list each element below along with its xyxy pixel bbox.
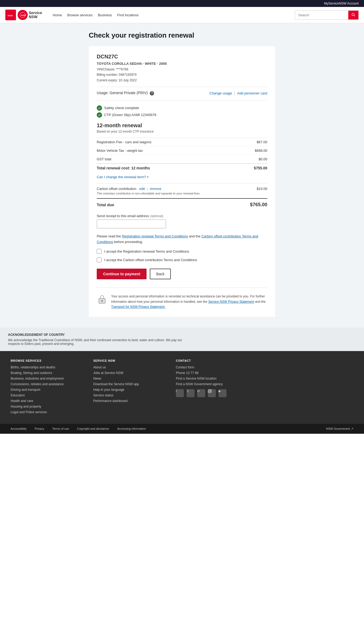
twitter-icon[interactable]: 𝕏 (187, 389, 195, 397)
continue-button[interactable]: Continue to payment (97, 269, 147, 279)
instagram-icon[interactable] (208, 389, 216, 397)
footer-link-performance[interactable]: Performance dashboard (93, 399, 168, 403)
fee-amount-0: $67.00 (257, 140, 267, 144)
checkbox-group: I accept the Registration renewal Terms … (97, 249, 267, 262)
vehicle-expiry: Current expiry: 10 July 2022 (97, 78, 267, 83)
footer-link-health[interactable]: Health and care (11, 399, 85, 403)
service-nsw-circle: NSW (18, 10, 28, 20)
footer-link-legal[interactable]: Legal and Police services (11, 410, 85, 414)
nsw-gov-link[interactable]: NSW Government ↗ (326, 427, 353, 431)
total-renewal-amount: $755.00 (254, 166, 267, 170)
carbon-row: Carbon offset contribution edit | remove… (97, 187, 267, 191)
footer-dark: BROWSE SERVICES Births, relationships an… (0, 351, 364, 424)
usage-value: General Private (PRIV) (110, 91, 148, 95)
footer-link-news[interactable]: News (93, 377, 168, 380)
footer-link-births[interactable]: Births, relationships and deaths (11, 365, 85, 369)
email-input[interactable] (97, 220, 166, 228)
footer-link-app[interactable]: Download the Service NSW app (93, 382, 168, 386)
logo-area: NSW NSW ServiceNSW (5, 10, 42, 20)
footer-accessibility[interactable]: Accessibility (11, 427, 27, 430)
footer-accessing[interactable]: Accessing information (117, 427, 146, 430)
fee-label-0: Registration Fee - cars and wagons (97, 140, 151, 144)
nav-browse[interactable]: Browse services (67, 13, 93, 17)
svg-rect-8 (102, 301, 102, 302)
checkbox-carbon[interactable] (97, 257, 102, 262)
vehicle-info: DCN27C TOYOTA COROLLA SEDAN - WHITE - 20… (97, 54, 267, 83)
checks-section: Safety check complete CTP (Green Slip) A… (97, 100, 267, 118)
carbon-left: Carbon offset contribution edit | remove (97, 187, 161, 191)
footer-link-about[interactable]: About us (93, 365, 168, 369)
footer-terms[interactable]: Terms of use (52, 427, 69, 430)
social-icons: f 𝕏 in ▶ (176, 389, 250, 399)
ack-text: We acknowledge the Traditional Custodian… (8, 338, 195, 346)
footer-link-boating[interactable]: Boating, fishing and outdoors (11, 371, 85, 375)
search-icon (351, 13, 355, 17)
footer-link-language[interactable]: Help in your language (93, 388, 168, 392)
checkbox-item-1[interactable]: I accept the Registration renewal Terms … (97, 249, 267, 254)
fee-label-1: Motor Vehicle Tax - weight tax (97, 149, 143, 153)
footer-link-driving[interactable]: Driving and transport (11, 388, 85, 392)
carbon-remove-link[interactable]: remove (150, 187, 161, 191)
email-section: Send receipt to this email address (opti… (97, 214, 267, 228)
back-button[interactable]: Back (150, 269, 171, 279)
fee-row-total: Total renewal cost: 12 months $755.00 (97, 164, 267, 172)
footer-link-contact-form[interactable]: Contact form (176, 365, 250, 369)
safety-check-item: Safety check complete (97, 105, 267, 111)
change-term-text: Can I change the renewal term? (97, 175, 146, 179)
footer-col-contact: CONTACT Contact form Phone 13 77 88 Find… (176, 359, 250, 416)
footer-link-find-service[interactable]: Find a Service NSW location (176, 377, 250, 380)
privacy-link-service[interactable]: Service NSW Privacy Statement (208, 300, 254, 304)
svg-point-4 (352, 13, 354, 15)
footer-link-status[interactable]: Service status (93, 393, 168, 397)
vehicle-title: TOYOTA COROLLA SEDAN - WHITE - 2005 (97, 61, 267, 67)
fee-label-2: GST total (97, 157, 111, 161)
privacy-link-transport[interactable]: Transport for NSW Privacy Statement. (111, 305, 165, 309)
nsw-logo: NSW (5, 10, 16, 20)
footer-bottom: Accessibility Privacy Terms of use Copyr… (0, 424, 364, 434)
footer-link-housing[interactable]: Housing and property (11, 405, 85, 408)
top-bar: MyServiceNSW Account (0, 0, 364, 7)
nav-home[interactable]: Home (53, 13, 62, 17)
footer-link-education[interactable]: Education (11, 393, 85, 397)
ctp-label: CTP (Green Slip) AAMI 12345678 (104, 113, 156, 117)
footer-link-business[interactable]: Business, industries and employment (11, 377, 85, 380)
linkedin-icon[interactable]: in (197, 389, 205, 397)
footer-link-jobs[interactable]: Jobs at Service NSW (93, 371, 168, 375)
safety-check-label: Safety check complete (104, 106, 139, 110)
vehicle-vin: VIN/Chassis: ****6768 (97, 67, 267, 72)
youtube-icon[interactable]: ▶ (219, 389, 227, 397)
page-title: Check your registration renewal (89, 31, 275, 39)
carbon-label: Carbon offset contribution (97, 187, 136, 191)
footer-link-find-agency[interactable]: Find a NSW Government agency (176, 382, 250, 386)
email-label: Send receipt to this email address (opti… (97, 214, 267, 218)
nav-business[interactable]: Business (98, 13, 112, 17)
search-button[interactable] (348, 11, 358, 19)
change-usage-link[interactable]: Change usage (209, 91, 232, 95)
footer-link-phone[interactable]: Phone 13 77 88 (176, 371, 250, 375)
carbon-note: This voluntary contribution is non-refun… (97, 192, 267, 195)
footer-copyright[interactable]: Copyright and disclaimer (77, 427, 109, 430)
search-bar (295, 10, 359, 20)
facebook-icon[interactable]: f (176, 389, 184, 397)
carbon-edit-link[interactable]: edit (139, 187, 145, 191)
footer-link-concessions[interactable]: Concessions, rebates and assistance (11, 382, 85, 386)
footer-browse-title: BROWSE SERVICES (11, 359, 85, 362)
search-input[interactable] (295, 11, 348, 19)
renewal-subtitle: Based on your 12-month CTP insurance (97, 130, 267, 133)
checkbox-registration[interactable] (97, 249, 102, 254)
terms-link-registration[interactable]: Registration renewal Terms and Condition… (122, 234, 188, 238)
nav-locations[interactable]: Find locations (117, 13, 139, 17)
change-term-link[interactable]: Can I change the renewal term? ▾ (97, 175, 267, 179)
privacy-section: Your access and personal information is … (97, 287, 267, 309)
rego-plate: DCN27C (97, 54, 267, 60)
footer-service-title: SERVICE NSW (93, 359, 168, 362)
account-label[interactable]: MyServiceNSW Account (324, 2, 359, 5)
footer-privacy[interactable]: Privacy (35, 427, 44, 430)
add-pensioner-link[interactable]: Add pensioner card (237, 91, 267, 95)
info-icon[interactable]: ? (150, 91, 154, 95)
header: NSW NSW ServiceNSW Home Browse services … (0, 7, 364, 23)
fee-amount-2: $0.00 (258, 157, 267, 161)
chevron-down-icon: ▾ (147, 176, 148, 178)
checkbox-item-2[interactable]: I accept the Carbon offset contribution … (97, 257, 267, 262)
acknowledgement-section: ACKNOWLEDGEMENT OF COUNTRY We acknowledg… (0, 328, 364, 351)
